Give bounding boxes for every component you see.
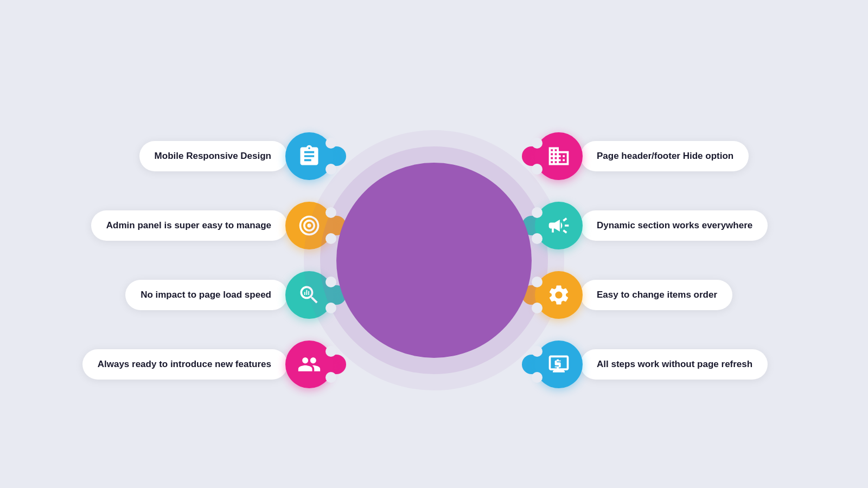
feature-icon-dynamic-section — [535, 202, 583, 249]
feature-icon-header-footer — [535, 132, 583, 180]
feature-icon-all-steps — [535, 341, 583, 388]
feature-icon-admin-panel — [285, 202, 333, 249]
feature-label-all-steps: All steps work without page refresh — [580, 349, 768, 380]
feature-label-mobile-responsive: Mobile Responsive Design — [139, 141, 288, 171]
feature-new-features: Always ready to introduce new features — [82, 337, 336, 391]
feature-label-no-impact: No impact to page load speed — [125, 280, 288, 310]
feature-dynamic-section: Dynamic section works everywhere — [532, 198, 768, 253]
feature-all-steps: All steps work without page refresh — [532, 337, 768, 391]
left-features: Mobile Responsive DesignAdmin panel is s… — [54, 129, 336, 391]
feature-icon-new-features — [285, 341, 333, 388]
feature-icon-easy-order — [535, 271, 583, 319]
center-circle — [336, 163, 532, 358]
svg-point-0 — [308, 224, 311, 227]
feature-icon-no-impact — [285, 271, 333, 319]
features-container: Mobile Responsive DesignAdmin panel is s… — [54, 129, 814, 391]
feature-icon-mobile-responsive — [285, 132, 333, 180]
feature-admin-panel: Admin panel is super easy to manage — [91, 198, 336, 253]
feature-label-easy-order: Easy to change items order — [580, 280, 732, 310]
feature-label-admin-panel: Admin panel is super easy to manage — [91, 210, 288, 241]
feature-mobile-responsive: Mobile Responsive Design — [139, 129, 336, 183]
feature-no-impact: No impact to page load speed — [125, 268, 336, 322]
feature-label-new-features: Always ready to introduce new features — [82, 349, 288, 380]
feature-label-dynamic-section: Dynamic section works everywhere — [580, 210, 768, 241]
feature-label-header-footer: Page header/footer Hide option — [580, 141, 749, 171]
feature-header-footer: Page header/footer Hide option — [532, 129, 749, 183]
feature-easy-order: Easy to change items order — [532, 268, 732, 322]
right-features: Page header/footer Hide optionDynamic se… — [532, 129, 814, 391]
